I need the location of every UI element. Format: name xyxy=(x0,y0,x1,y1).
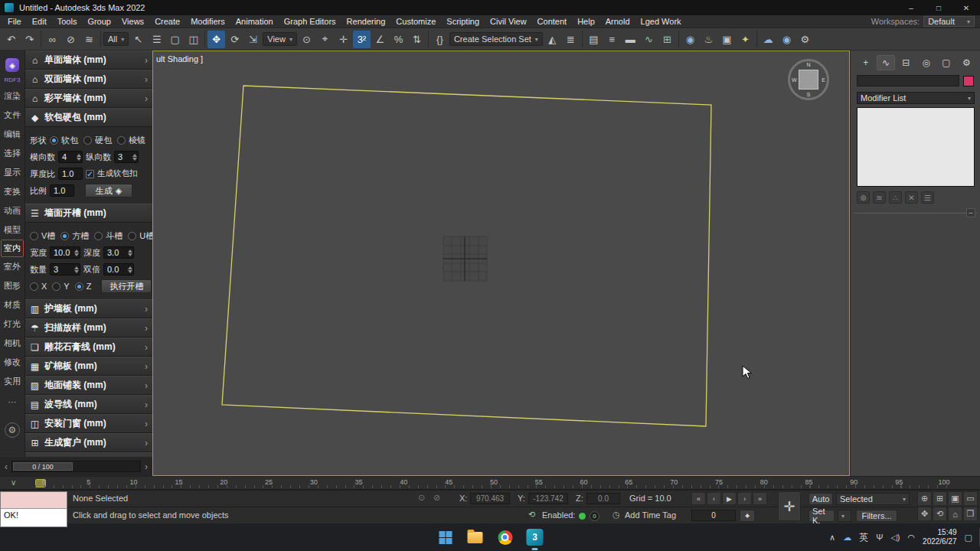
select-and-move-icon[interactable]: ✥ xyxy=(207,31,225,48)
configure-modifier-icon[interactable]: ☰ xyxy=(921,191,934,204)
angle-snap-icon[interactable]: ∠ xyxy=(371,31,389,48)
radio-dou-groove[interactable] xyxy=(94,232,103,240)
isolate-selection-icon[interactable]: ⊙ xyxy=(418,493,425,503)
render-setup-icon[interactable]: ♨ xyxy=(700,31,717,48)
unlink-selection-icon[interactable]: ⊘ xyxy=(62,31,80,48)
microphone-icon[interactable]: Ψ xyxy=(876,533,883,542)
pin-stack-icon[interactable]: ⊛ xyxy=(857,191,870,204)
menu-item[interactable]: File xyxy=(2,17,27,26)
rail-item[interactable]: 材质 xyxy=(1,295,24,315)
scene-explorer-icon[interactable]: ▤ xyxy=(585,31,603,48)
curve-editor-icon[interactable]: ∿ xyxy=(640,31,658,48)
snaps-toggle-icon[interactable]: 3² xyxy=(353,31,371,48)
rollout-header[interactable]: ⌂ 单面墙体 (mm) › xyxy=(25,51,152,70)
layer-explorer-icon[interactable]: ≡ xyxy=(603,31,621,48)
execute-groove-button[interactable]: 执行开槽 xyxy=(101,279,152,293)
file-explorer-icon[interactable] xyxy=(466,527,485,547)
rollout-header[interactable]: ❏ 雕花石膏线 (mm) › xyxy=(25,337,152,357)
start-button[interactable] xyxy=(436,527,456,547)
toolbar-settings-icon[interactable]: ⚙ xyxy=(796,31,814,48)
play-button[interactable]: ▶ xyxy=(722,492,737,505)
percent-snap-icon[interactable]: % xyxy=(390,31,407,48)
object-color-swatch[interactable] xyxy=(963,76,974,86)
previous-frame-button[interactable]: ‹ xyxy=(707,492,721,505)
groove-double-field[interactable]: 0.0 xyxy=(103,263,134,276)
modify-tab-icon[interactable]: ∿ xyxy=(877,55,894,70)
maxscript-mini-listener[interactable]: OK! xyxy=(0,491,67,527)
time-prev-icon[interactable]: ‹ xyxy=(2,461,10,472)
set-key-icon[interactable]: ✦ xyxy=(740,510,755,522)
network-icon[interactable]: ◠ xyxy=(907,533,915,543)
menu-item[interactable]: Rendering xyxy=(341,17,391,26)
workspace-dropdown[interactable]: Default ▾ xyxy=(923,16,975,27)
utilities-tab-icon[interactable]: ⚙ xyxy=(958,55,975,70)
time-slider-button[interactable]: 0 / 100 xyxy=(13,462,73,471)
menu-item[interactable]: Civil View xyxy=(485,17,531,26)
hierarchy-tab-icon[interactable]: ⊟ xyxy=(897,55,915,70)
orbit-icon[interactable]: ⟲ xyxy=(933,507,947,521)
rail-item[interactable]: 文件 xyxy=(1,106,24,125)
select-and-link-icon[interactable]: ∞ xyxy=(44,31,61,48)
rollout-header[interactable]: ▥ 护墙板 (mm) › xyxy=(25,299,152,318)
rail-item[interactable]: 动画 xyxy=(1,201,24,220)
radio-prism[interactable] xyxy=(117,136,126,145)
render-in-cloud-icon[interactable]: ☁ xyxy=(760,31,777,48)
rail-item[interactable]: 模型 xyxy=(1,220,24,240)
rail-item[interactable]: 显示 xyxy=(1,163,24,182)
rollout-header[interactable]: ⊞ 生成窗户 (mm) › xyxy=(25,433,152,452)
spinner-arrows-icon[interactable] xyxy=(128,266,132,273)
rail-item[interactable]: 修改 xyxy=(1,353,24,372)
rail-item[interactable]: 编辑 xyxy=(1,125,24,144)
rail-item[interactable]: 实用 xyxy=(1,372,24,391)
rollout-collapse-icon[interactable]: – xyxy=(966,208,975,217)
menu-item[interactable]: Arnold xyxy=(600,17,635,26)
radio-softpack[interactable] xyxy=(50,136,58,145)
close-button[interactable]: ✕ xyxy=(952,0,980,15)
key-mode-dropdown[interactable]: ▾ xyxy=(838,510,851,522)
select-object-icon[interactable]: ↖ xyxy=(129,31,147,48)
macro-recorder-pane[interactable] xyxy=(1,492,67,509)
rail-item[interactable]: 室内 xyxy=(1,240,24,257)
volume-icon[interactable]: ◁) xyxy=(890,533,900,543)
settings-gear-icon[interactable]: ⚙ xyxy=(5,422,20,438)
object-name-field[interactable] xyxy=(857,75,959,86)
radio-square-groove[interactable] xyxy=(60,232,69,240)
menu-item[interactable]: Animation xyxy=(230,17,279,26)
ribbon-toggle-icon[interactable]: ▬ xyxy=(622,31,639,48)
rail-item[interactable]: 相机 xyxy=(1,334,24,353)
modifier-stack[interactable] xyxy=(857,107,975,187)
modifier-list-dropdown[interactable]: Modifier List ▾ xyxy=(857,92,975,104)
rectangular-region-icon[interactable]: ▢ xyxy=(166,31,184,48)
rollout-header[interactable]: ⌂ 双面墙体 (mm) › xyxy=(25,70,152,89)
groove-width-field[interactable]: 10.0 xyxy=(50,246,80,259)
taskbar-clock[interactable]: 15:49 2022/6/27 xyxy=(923,528,957,547)
menu-item[interactable]: Modifiers xyxy=(185,17,230,26)
next-frame-button[interactable]: › xyxy=(737,492,752,505)
viewcube-top-face[interactable] xyxy=(799,70,818,90)
track-bar[interactable]: ∨ 05101520253035404550556065707580859095… xyxy=(0,476,980,490)
menu-item[interactable]: Create xyxy=(149,17,185,26)
make-unique-icon[interactable]: ∴ xyxy=(889,191,902,204)
key-filters-button[interactable]: Filters... xyxy=(856,510,897,522)
v-count-field[interactable]: 3 xyxy=(114,151,139,163)
menu-item[interactable]: Scripting xyxy=(441,17,485,26)
thickness-field[interactable]: 1.0 xyxy=(58,168,83,180)
spinner-arrows-icon[interactable] xyxy=(74,266,79,273)
render-production-icon[interactable]: ✦ xyxy=(737,31,754,48)
generate-button[interactable]: 生成 ◈ xyxy=(85,184,132,197)
goto-start-button[interactable]: « xyxy=(691,492,706,505)
menu-item[interactable]: Customize xyxy=(390,17,441,26)
rail-item[interactable]: 变换 xyxy=(1,182,24,201)
trackbar-toggle-icon[interactable]: ∨ xyxy=(11,478,16,487)
zoom-all-icon[interactable]: ⊞ xyxy=(933,491,947,506)
spinner-arrows-icon[interactable] xyxy=(132,154,137,161)
tray-chevron-icon[interactable]: ∧ xyxy=(829,533,835,543)
select-and-manipulate-icon[interactable]: ✛ xyxy=(335,31,352,48)
rollout-header-groove[interactable]: ☰ 墙面开槽 (mm) xyxy=(25,204,152,223)
window-crossing-icon[interactable]: ◫ xyxy=(185,31,202,48)
history-icon[interactable]: ⟲ xyxy=(528,510,535,520)
zoom-region-icon[interactable]: ▭ xyxy=(963,491,978,506)
maximize-viewport-icon[interactable]: ❒ xyxy=(963,507,978,521)
zoom-icon[interactable]: ⊕ xyxy=(917,491,932,506)
select-and-rotate-icon[interactable]: ⟳ xyxy=(226,31,243,48)
